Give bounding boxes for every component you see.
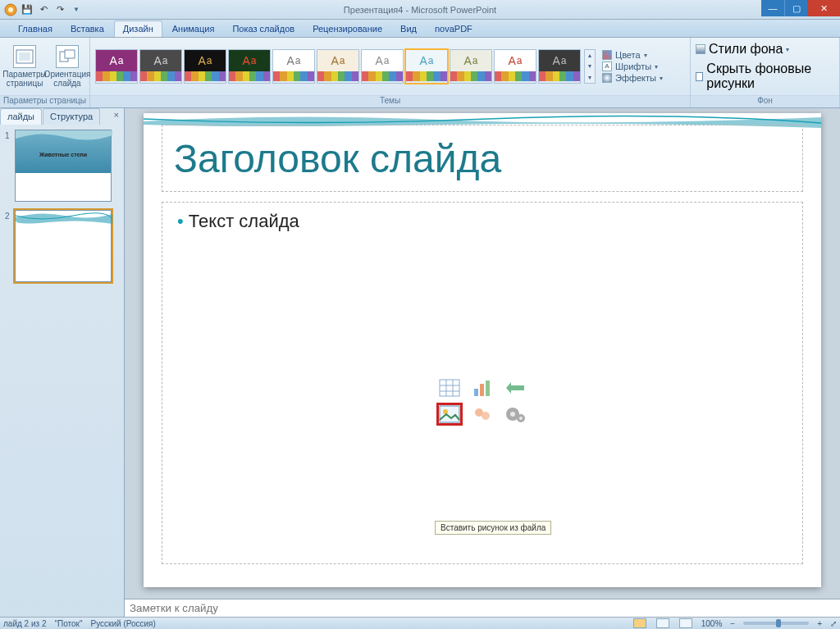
- svg-point-18: [482, 412, 490, 420]
- effects-button[interactable]: Эффекты▾: [602, 73, 663, 83]
- thumb1-title: Животные степи: [16, 152, 111, 157]
- svg-point-16: [443, 409, 448, 414]
- body-text: Текст слайда: [177, 211, 788, 232]
- insert-chart-icon[interactable]: [469, 376, 495, 399]
- svg-point-22: [519, 417, 523, 420]
- background-styles-button[interactable]: Стили фона▾: [696, 42, 789, 57]
- group-label-pagesetup: Параметры страницы: [0, 95, 89, 107]
- maximize-button[interactable]: ▢: [784, 0, 807, 16]
- svg-rect-6: [440, 380, 459, 396]
- effects-icon: [602, 73, 612, 83]
- svg-point-1: [8, 7, 13, 12]
- zoom-slider[interactable]: [743, 622, 809, 625]
- group-themes: AaAaAaAaAaAaAaAaAaAaAa ▲ ▼ ▼ Цвета▾ AШри…: [90, 38, 691, 107]
- group-label-background: Фон: [691, 95, 839, 107]
- pane-tabs: лайды Структура ×: [0, 108, 124, 125]
- theme-swatch-3[interactable]: Aa: [228, 49, 271, 84]
- save-icon[interactable]: 💾: [20, 2, 34, 17]
- qat-more-icon[interactable]: ▼: [69, 2, 84, 17]
- group-label-themes: Темы: [90, 95, 690, 107]
- pane-tab-outline[interactable]: Структура: [43, 108, 100, 125]
- page-setup-icon: [13, 45, 36, 68]
- tab-animation[interactable]: Анимация: [164, 21, 223, 37]
- close-button[interactable]: ✕: [807, 0, 840, 16]
- undo-icon[interactable]: ↶: [36, 2, 51, 17]
- notes-pane[interactable]: [125, 599, 840, 617]
- svg-marker-14: [506, 382, 524, 394]
- redo-icon[interactable]: ↷: [52, 2, 67, 17]
- title-bar: 💾 ↶ ↷ ▼ Презентация4 - Microsoft PowerPo…: [0, 0, 840, 20]
- thumbnails: 1 Животные степи 2: [0, 125, 124, 617]
- minimize-button[interactable]: —: [761, 0, 784, 16]
- page-setup-button[interactable]: Параметры страницы: [5, 45, 44, 88]
- tab-review[interactable]: Рецензирование: [304, 21, 390, 37]
- gallery-more-icon[interactable]: ▼: [585, 72, 595, 83]
- theme-swatch-8[interactable]: Aa: [450, 49, 492, 84]
- tab-slideshow[interactable]: Показ слайдов: [224, 21, 303, 37]
- ribbon-tabstrip: Главная Вставка Дизайн Анимация Показ сл…: [0, 20, 840, 38]
- theme-variants: Цвета▾ AШрифты▾ Эффекты▾: [599, 48, 666, 84]
- svg-rect-12: [480, 384, 484, 396]
- tab-home[interactable]: Главная: [10, 21, 61, 37]
- slide-canvas[interactable]: Заголовок слайда Текст слайда: [125, 108, 840, 599]
- zoom-level[interactable]: 100%: [701, 619, 723, 628]
- editor-area: Заголовок слайда Текст слайда: [125, 108, 840, 617]
- slide: Заголовок слайда Текст слайда: [144, 113, 821, 587]
- zoom-in-button[interactable]: +: [817, 619, 822, 628]
- gallery-down-icon[interactable]: ▼: [585, 61, 595, 71]
- theme-swatch-9[interactable]: Aa: [494, 49, 536, 84]
- theme-swatch-1[interactable]: Aa: [139, 49, 182, 84]
- title-placeholder[interactable]: Заголовок слайда: [162, 125, 803, 192]
- group-background: Стили фона▾ Скрыть фоновые рисунки Фон: [691, 38, 840, 107]
- svg-rect-11: [474, 389, 478, 396]
- tab-novapdf[interactable]: novaPDF: [427, 21, 481, 37]
- zoom-out-button[interactable]: −: [730, 619, 735, 628]
- theme-swatch-6[interactable]: Aa: [361, 49, 404, 84]
- pane-close-button[interactable]: ×: [109, 108, 124, 125]
- fit-to-window-button[interactable]: ⤢: [830, 619, 837, 628]
- insert-smartart-icon[interactable]: [502, 376, 528, 399]
- svg-rect-13: [486, 381, 490, 396]
- thumb-number: 2: [5, 212, 10, 221]
- view-sorter-button[interactable]: [656, 618, 669, 628]
- theme-swatch-2[interactable]: Aa: [184, 49, 226, 84]
- tab-view[interactable]: Вид: [392, 21, 425, 37]
- slides-pane: лайды Структура × 1 Животные степи 2: [0, 108, 125, 617]
- theme-swatch-5[interactable]: Aa: [317, 49, 359, 84]
- content-placeholder[interactable]: Текст слайда Вставить рису: [162, 202, 803, 564]
- tab-insert[interactable]: Вставка: [62, 21, 112, 37]
- content-icon-grid: [433, 373, 532, 429]
- slide-thumb-1[interactable]: 1 Животные степи: [3, 130, 121, 202]
- theme-swatch-7[interactable]: Aa: [405, 49, 448, 84]
- tab-design[interactable]: Дизайн: [114, 21, 162, 37]
- title-text: Заголовок слайда: [174, 136, 501, 181]
- office-button[interactable]: [3, 2, 18, 17]
- colors-button[interactable]: Цвета▾: [602, 50, 663, 60]
- status-language[interactable]: Русский (Россия): [91, 619, 156, 628]
- svg-point-20: [510, 412, 515, 417]
- workspace: лайды Структура × 1 Животные степи 2: [0, 108, 840, 617]
- svg-rect-5: [65, 50, 75, 58]
- view-normal-button[interactable]: [633, 618, 646, 628]
- view-slideshow-button[interactable]: [679, 618, 692, 628]
- bgstyles-icon: [696, 44, 705, 54]
- gallery-scroll[interactable]: ▲ ▼ ▼: [584, 49, 596, 84]
- gallery-up-icon[interactable]: ▲: [585, 50, 595, 61]
- svg-rect-3: [19, 52, 30, 61]
- checkbox-icon: [696, 72, 703, 81]
- slide-orientation-button[interactable]: Ориентация слайда: [48, 45, 87, 88]
- theme-swatch-10[interactable]: Aa: [538, 49, 581, 84]
- hide-bg-checkbox[interactable]: Скрыть фоновые рисунки: [696, 62, 834, 91]
- theme-swatch-0[interactable]: Aa: [95, 49, 138, 84]
- insert-table-icon[interactable]: [436, 376, 463, 399]
- insert-clipart-icon[interactable]: [469, 403, 495, 426]
- theme-swatch-4[interactable]: Aa: [272, 49, 315, 84]
- themes-gallery: AaAaAaAaAaAaAaAaAaAaAa: [95, 49, 581, 84]
- insert-media-icon[interactable]: [502, 403, 528, 426]
- pane-tab-slides[interactable]: лайды: [0, 108, 42, 125]
- notes-input[interactable]: [130, 602, 835, 614]
- window-controls: — ▢ ✕: [761, 0, 840, 16]
- slide-thumb-2[interactable]: 2: [3, 210, 121, 282]
- insert-picture-icon[interactable]: [436, 403, 463, 426]
- fonts-button[interactable]: AШрифты▾: [602, 62, 663, 71]
